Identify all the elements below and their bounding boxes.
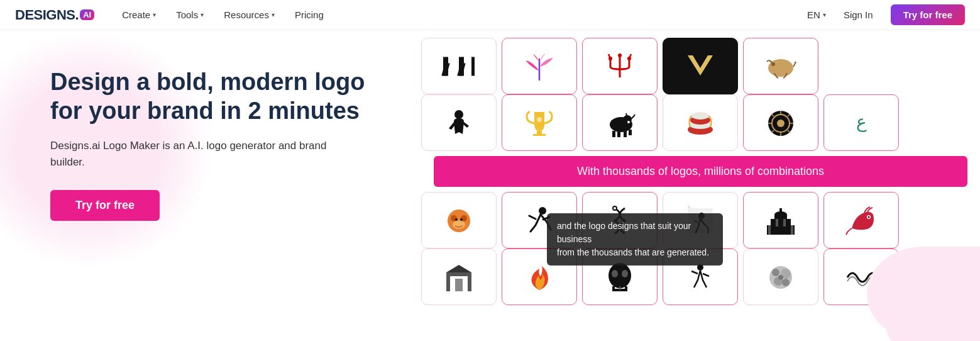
svg-rect-55 xyxy=(776,219,778,226)
svg-point-28 xyxy=(777,120,785,127)
svg-rect-54 xyxy=(768,225,771,235)
logo-cell xyxy=(582,38,658,94)
hero-cta: Try for free xyxy=(50,190,383,221)
logo-cell xyxy=(743,38,818,94)
logo-row-2: ع xyxy=(421,94,980,151)
logo-cell xyxy=(823,192,899,249)
try-free-nav-button[interactable]: Try for free xyxy=(891,4,965,25)
right-panel: ع With thousands of logos, millions of c… xyxy=(421,30,980,341)
hero-try-free-button[interactable]: Try for free xyxy=(50,190,160,221)
svg-point-59 xyxy=(868,216,870,218)
nav-right: EN ▾ Sign In Try for free xyxy=(807,4,965,25)
chevron-down-icon: ▾ xyxy=(201,11,204,18)
svg-point-7 xyxy=(627,57,631,60)
logo-cell xyxy=(421,94,497,151)
logo-cell: ع xyxy=(823,94,899,151)
tooltip: and the logo designs that suit your busi… xyxy=(547,213,723,266)
nav-pricing[interactable]: Pricing xyxy=(287,6,331,24)
svg-rect-3 xyxy=(457,63,465,75)
signin-button[interactable]: Sign In xyxy=(836,6,881,24)
svg-point-70 xyxy=(772,269,779,276)
navbar: DESIGNS. AI Create ▾ Tools ▾ Resources ▾… xyxy=(0,0,980,30)
deco-circle xyxy=(867,247,980,341)
svg-rect-1 xyxy=(441,63,449,75)
logo-text-designs: DESIGNS. xyxy=(15,7,79,23)
hero-subtitle: Designs.ai Logo Maker is an A.I. logo ge… xyxy=(50,138,327,170)
language-selector[interactable]: EN ▾ xyxy=(807,9,826,20)
svg-rect-20 xyxy=(629,130,632,135)
svg-rect-4 xyxy=(471,57,475,75)
svg-point-11 xyxy=(454,110,463,119)
svg-point-44 xyxy=(539,207,546,215)
svg-point-42 xyxy=(455,218,458,221)
nav-resources[interactable]: Resources ▾ xyxy=(216,6,282,24)
logo-cell xyxy=(421,38,497,94)
lang-label: EN xyxy=(807,9,820,20)
nav-create[interactable]: Create ▾ xyxy=(114,6,163,24)
logo-cell xyxy=(663,38,738,94)
nav-create-label: Create xyxy=(122,9,150,20)
tooltip-line2: from the thousands that are generated. xyxy=(557,247,709,257)
logo[interactable]: DESIGNS. AI xyxy=(15,7,94,23)
svg-point-41 xyxy=(453,220,465,229)
svg-rect-53 xyxy=(779,208,782,215)
svg-point-14 xyxy=(537,117,542,122)
svg-rect-56 xyxy=(783,219,786,226)
svg-point-21 xyxy=(627,121,630,123)
logo-text-ai: AI xyxy=(80,9,94,20)
nav-items: Create ▾ Tools ▾ Resources ▾ Pricing xyxy=(114,6,807,24)
logo-cell xyxy=(743,249,818,305)
logo-cell xyxy=(663,94,738,151)
svg-rect-57 xyxy=(791,225,793,235)
logo-cell xyxy=(502,94,577,151)
nav-tools[interactable]: Tools ▾ xyxy=(168,6,211,24)
chevron-down-icon: ▾ xyxy=(272,11,275,18)
svg-point-64 xyxy=(608,263,631,288)
nav-resources-label: Resources xyxy=(224,9,269,20)
svg-point-43 xyxy=(460,218,463,221)
svg-point-6 xyxy=(608,57,612,60)
svg-point-65 xyxy=(612,270,618,277)
pink-banner: With thousands of logos, millions of com… xyxy=(434,156,967,187)
svg-rect-18 xyxy=(617,131,620,137)
svg-rect-62 xyxy=(468,272,471,291)
logo-cell xyxy=(582,94,658,151)
logo-cell xyxy=(743,94,818,151)
left-panel: Design a bold, modern logo for your bran… xyxy=(0,30,421,341)
svg-point-74 xyxy=(778,275,783,280)
chevron-down-icon: ▾ xyxy=(823,11,826,18)
svg-point-73 xyxy=(782,279,790,286)
logo-cell xyxy=(502,38,577,94)
svg-point-25 xyxy=(691,112,709,120)
svg-point-66 xyxy=(622,270,628,277)
svg-rect-49 xyxy=(767,225,795,235)
main-content: Design a bold, modern logo for your bran… xyxy=(0,30,980,341)
svg-point-46 xyxy=(614,207,616,210)
logo-row-1 xyxy=(421,38,980,94)
logo-cell xyxy=(743,192,818,249)
svg-rect-12 xyxy=(537,131,542,134)
svg-rect-19 xyxy=(624,131,627,137)
nav-pricing-label: Pricing xyxy=(295,9,324,20)
svg-text:ع: ع xyxy=(856,112,867,132)
svg-rect-63 xyxy=(455,279,463,291)
logo-cell xyxy=(421,249,497,305)
svg-point-8 xyxy=(618,53,622,57)
tooltip-line1: and the logo designs that suit your busi… xyxy=(557,221,691,244)
svg-rect-17 xyxy=(612,131,615,137)
logo-cell xyxy=(421,192,497,249)
svg-rect-13 xyxy=(533,134,546,136)
chevron-down-icon: ▾ xyxy=(153,11,156,18)
nav-tools-label: Tools xyxy=(176,9,198,20)
hero-title: Design a bold, modern logo for your bran… xyxy=(50,68,377,125)
